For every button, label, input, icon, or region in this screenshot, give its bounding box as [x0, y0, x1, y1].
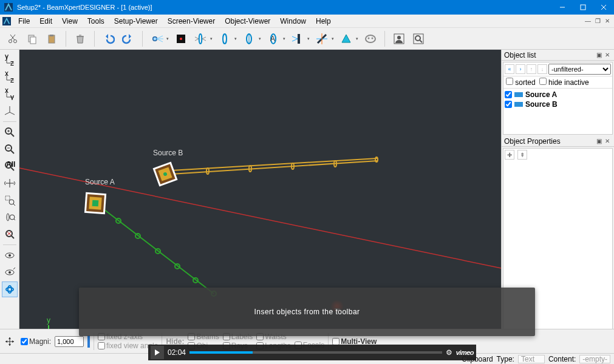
- menu-view[interactable]: View: [57, 16, 83, 27]
- fit-button[interactable]: [2, 175, 18, 191]
- panel-close-icon[interactable]: ✕: [603, 52, 612, 58]
- svg-line-61: [11, 133, 14, 136]
- svg-text:y: y: [10, 93, 14, 100]
- list-prev-button[interactable]: ›: [516, 64, 525, 74]
- item-visible-checkbox[interactable]: [505, 91, 512, 98]
- mdi-close-icon[interactable]: ✕: [603, 18, 612, 24]
- view-yz-button[interactable]: yz: [2, 52, 18, 68]
- inspect-button[interactable]: [409, 30, 428, 48]
- user-button[interactable]: [390, 30, 408, 48]
- window-minimize-button[interactable]: [552, 0, 573, 15]
- panel-float-icon[interactable]: ▣: [595, 138, 603, 144]
- props-add-button[interactable]: ✚: [505, 150, 514, 160]
- svg-rect-31: [298, 34, 300, 44]
- video-player-controls[interactable]: 02:04 ⚙ vimeo: [148, 345, 476, 360]
- delete-button[interactable]: [71, 30, 89, 48]
- list-item[interactable]: Source A: [505, 90, 611, 99]
- menubar: File Edit View Tools Setup-Viewer Screen…: [0, 15, 614, 28]
- insert-prism-button[interactable]: [337, 30, 360, 48]
- play-button[interactable]: [151, 346, 164, 359]
- zoom-out-button[interactable]: [2, 141, 18, 157]
- video-settings-icon[interactable]: ⚙: [446, 348, 452, 357]
- insert-source-button[interactable]: [148, 30, 171, 48]
- svg-rect-11: [30, 37, 36, 44]
- list-item[interactable]: Source B: [505, 99, 611, 109]
- app-icon: [4, 2, 13, 12]
- svg-point-39: [372, 37, 374, 39]
- svg-line-79: [12, 236, 14, 238]
- insert-lens1-button[interactable]: [191, 30, 214, 48]
- toolbar-left: yz xz xy All: [0, 50, 19, 353]
- props-up-button[interactable]: ⇞: [517, 150, 527, 160]
- source-a-label: Source A: [85, 178, 115, 186]
- menu-setup-viewer[interactable]: Setup-Viewer: [109, 16, 163, 27]
- copy-button[interactable]: [23, 30, 41, 48]
- objectlist-header: Object list ▣ ✕: [502, 50, 614, 61]
- show-eye-button[interactable]: [2, 248, 18, 263]
- zoom-all-button[interactable]: All: [2, 158, 18, 174]
- insert-lens2-button[interactable]: [216, 30, 239, 48]
- svg-line-99: [101, 207, 214, 294]
- source-swatch-icon: [514, 102, 523, 107]
- list-up-button[interactable]: ↑: [527, 64, 536, 74]
- magnification-checkbox[interactable]: Magni:: [21, 337, 51, 346]
- item-visible-checkbox[interactable]: [505, 101, 512, 108]
- zoom-region-button[interactable]: [2, 192, 18, 208]
- svg-point-83: [9, 254, 11, 257]
- app-small-icon: [2, 17, 11, 25]
- window-close-button[interactable]: [593, 0, 614, 15]
- insert-aperture-button[interactable]: A: [264, 30, 287, 48]
- rotate-3d-button[interactable]: [2, 281, 18, 297]
- mdi-restore-icon[interactable]: ❐: [593, 18, 602, 24]
- insert-screen-button[interactable]: [172, 30, 190, 48]
- list-down-button[interactable]: ↓: [537, 64, 547, 74]
- menu-file[interactable]: File: [13, 16, 35, 27]
- paste-button[interactable]: [43, 30, 61, 48]
- pan-tool-button[interactable]: [2, 334, 17, 349]
- source-b-label: Source B: [153, 149, 183, 157]
- menu-edit[interactable]: Edit: [35, 16, 57, 27]
- svg-rect-2: [581, 5, 585, 10]
- insert-mirror-button[interactable]: [288, 30, 312, 48]
- clipboard-type-label: Type:: [497, 355, 514, 363]
- svg-rect-109: [92, 200, 99, 207]
- svg-rect-13: [50, 35, 53, 36]
- insert-splitter-button[interactable]: [313, 30, 336, 48]
- svg-point-26: [223, 34, 227, 44]
- zoom-in-button[interactable]: [2, 124, 18, 140]
- svg-line-33: [292, 39, 298, 41]
- magnification-input[interactable]: [55, 336, 84, 347]
- menu-window[interactable]: Window: [275, 16, 311, 27]
- insert-lens3-button[interactable]: [240, 30, 263, 48]
- objectlist-filter-select[interactable]: -unfiltered-: [548, 64, 611, 75]
- hide-inactive-checkbox[interactable]: hide inactive: [539, 78, 589, 87]
- svg-point-43: [415, 36, 420, 41]
- list-prev-all-button[interactable]: «: [505, 64, 514, 74]
- menu-help[interactable]: Help: [311, 16, 336, 27]
- zoom-reset-button[interactable]: [2, 226, 18, 242]
- panel-close-icon[interactable]: ✕: [603, 138, 612, 144]
- insert-detector-button[interactable]: [361, 30, 380, 48]
- show-eye2-button[interactable]: [2, 265, 18, 280]
- properties-header: Object Properties ▣ ✕: [502, 136, 614, 147]
- video-brand-logo: vimeo: [456, 349, 474, 356]
- sorted-checkbox[interactable]: sorted: [506, 78, 536, 87]
- objectlist-title: Object list: [504, 51, 536, 59]
- menu-screen-viewer[interactable]: Screen-Viewer: [163, 16, 220, 27]
- redo-button[interactable]: [119, 30, 137, 48]
- panel-float-icon[interactable]: ▣: [595, 52, 603, 58]
- zoom-lens-button[interactable]: [2, 209, 18, 225]
- menu-tools[interactable]: Tools: [83, 16, 109, 27]
- cut-button[interactable]: [4, 30, 22, 48]
- window-titlebar: Setup2* - BeamXpertDESIGNER - [1 (active…: [0, 0, 614, 15]
- svg-point-21: [180, 38, 182, 40]
- view-xz-button[interactable]: xz: [2, 69, 18, 85]
- view-xy-button[interactable]: xy: [2, 86, 18, 102]
- mdi-minimize-icon[interactable]: —: [584, 18, 592, 24]
- svg-line-86: [13, 268, 15, 269]
- window-maximize-button[interactable]: [573, 0, 593, 15]
- menu-object-viewer[interactable]: Object-Viewer: [220, 16, 275, 27]
- video-scrubber[interactable]: [189, 351, 442, 354]
- view-3d-button[interactable]: [2, 103, 18, 119]
- undo-button[interactable]: [100, 30, 118, 48]
